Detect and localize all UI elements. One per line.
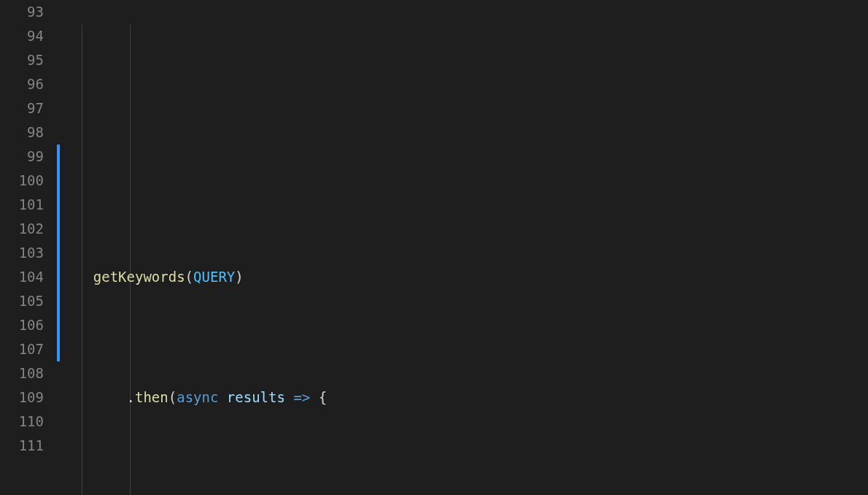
line-number: 108	[0, 361, 44, 385]
line-number: 110	[0, 410, 44, 434]
line-number-gutter: 93 94 95 96 97 98 99 100 101 102 103 104…	[0, 0, 60, 495]
indent-guide	[130, 24, 131, 495]
line-number: 101	[0, 193, 44, 217]
line-number: 104	[0, 265, 44, 289]
line-number: 109	[0, 385, 44, 410]
code-line[interactable]: .then(async results => {	[60, 385, 868, 410]
line-number: 97	[0, 96, 44, 120]
line-number: 95	[0, 48, 44, 72]
line-number: 107	[0, 337, 44, 361]
indent-guide	[82, 24, 82, 495]
line-number: 102	[0, 217, 44, 241]
line-number: 100	[0, 169, 44, 193]
code-content[interactable]: getKeywords(QUERY) .then(async results =…	[60, 0, 868, 495]
line-number: 94	[0, 24, 44, 48]
line-number: 103	[0, 241, 44, 265]
code-line[interactable]	[60, 145, 868, 169]
line-number: 96	[0, 72, 44, 96]
code-line[interactable]: getKeywords(QUERY)	[60, 265, 868, 289]
line-number: 106	[0, 313, 44, 337]
line-number: 98	[0, 120, 44, 145]
code-editor[interactable]: 93 94 95 96 97 98 99 100 101 102 103 104…	[0, 0, 868, 495]
line-number: 99	[0, 145, 44, 169]
line-number: 105	[0, 289, 44, 313]
line-number: 111	[0, 434, 44, 458]
line-number: 93	[0, 0, 44, 24]
